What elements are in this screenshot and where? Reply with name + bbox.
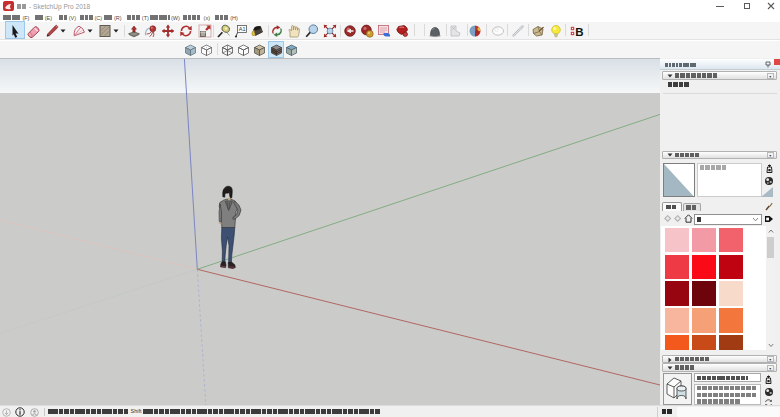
svg-text:A1: A1 [238, 26, 245, 32]
svg-text:B: B [575, 26, 583, 38]
